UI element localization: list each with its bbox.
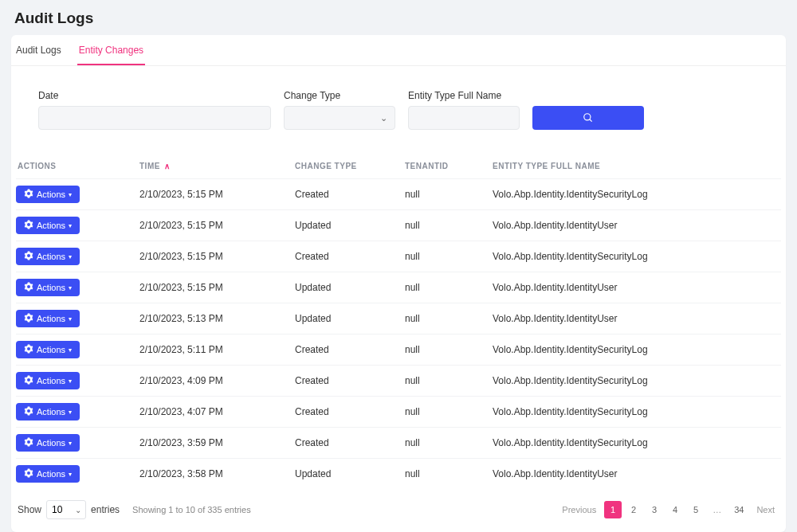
cell-entity_type: Volo.Abp.Identity.IdentitySecurityLog: [493, 428, 781, 459]
pagination: Previous12345…34Next: [557, 501, 779, 518]
actions-button[interactable]: Actions▾: [16, 403, 80, 421]
cell-time: 2/10/2023, 5:11 PM: [139, 334, 295, 366]
cell-time: 2/10/2023, 5:13 PM: [139, 303, 295, 334]
table-row: Actions▾2/10/2023, 5:15 PMUpdatednullVol…: [16, 272, 781, 303]
cell-change_type: Created: [295, 241, 405, 272]
actions-button[interactable]: Actions▾: [16, 279, 80, 296]
actions-button[interactable]: Actions▾: [16, 310, 80, 327]
entity-type-label: Entity Type Full Name: [408, 90, 520, 101]
table-row: Actions▾2/10/2023, 5:15 PMUpdatednullVol…: [16, 210, 781, 241]
cell-time: 2/10/2023, 5:15 PM: [139, 179, 295, 210]
cell-change_type: Updated: [295, 303, 405, 334]
gear-icon: [24, 468, 33, 479]
actions-button[interactable]: Actions▾: [16, 341, 80, 358]
table-footer: Show 10 ⌄ entries Showing 1 to 10 of 335…: [16, 489, 781, 519]
date-label: Date: [38, 90, 271, 101]
card-container: Audit LogsEntity Changes Date Change Typ…: [11, 35, 786, 532]
show-label-before: Show: [18, 504, 41, 515]
next-page[interactable]: Next: [752, 501, 779, 518]
cell-change_type: Updated: [295, 272, 405, 303]
th-time[interactable]: TIME ∧: [139, 155, 295, 179]
cell-entity_type: Volo.Abp.Identity.IdentityUser: [493, 272, 781, 303]
date-input[interactable]: [38, 106, 271, 130]
th-change-type[interactable]: CHANGE TYPE: [295, 155, 405, 179]
page-3[interactable]: 3: [646, 501, 663, 518]
th-actions: ACTIONS: [16, 155, 139, 179]
cell-tenant_id: null: [405, 459, 493, 490]
cell-tenant_id: null: [405, 397, 493, 428]
page-34[interactable]: 34: [729, 501, 748, 518]
table-row: Actions▾2/10/2023, 5:15 PMCreatednullVol…: [16, 179, 781, 210]
actions-button[interactable]: Actions▾: [16, 465, 80, 483]
caret-down-icon: ▾: [69, 315, 72, 323]
cell-time: 2/10/2023, 5:15 PM: [139, 210, 295, 241]
actions-button[interactable]: Actions▾: [16, 434, 80, 452]
page-1[interactable]: 1: [604, 501, 622, 518]
filter-row: Date Change Type ⌄ Entity Type Full Name: [11, 66, 786, 143]
cell-tenant_id: null: [405, 210, 493, 241]
cell-tenant_id: null: [405, 334, 493, 366]
caret-down-icon: ▾: [69, 253, 72, 260]
table-row: Actions▾2/10/2023, 5:13 PMUpdatednullVol…: [16, 303, 781, 334]
caret-down-icon: ▾: [69, 440, 72, 447]
actions-button[interactable]: Actions▾: [16, 217, 80, 234]
page-size-select[interactable]: 10: [46, 500, 86, 519]
page-title: Audit Logs: [0, 0, 797, 35]
gear-icon: [24, 375, 33, 386]
cell-change_type: Created: [295, 366, 405, 397]
cell-entity_type: Volo.Abp.Identity.IdentityUser: [493, 210, 781, 241]
actions-button[interactable]: Actions▾: [16, 186, 80, 203]
change-type-select[interactable]: [284, 106, 395, 130]
table-row: Actions▾2/10/2023, 5:15 PMCreatednullVol…: [16, 241, 781, 272]
caret-down-icon: ▾: [69, 191, 72, 198]
page-2[interactable]: 2: [625, 501, 642, 518]
cell-change_type: Updated: [295, 210, 405, 241]
cell-entity_type: Volo.Abp.Identity.IdentitySecurityLog: [493, 397, 781, 428]
actions-button[interactable]: Actions▾: [16, 372, 80, 389]
sort-asc-icon: ∧: [162, 162, 171, 170]
gear-icon: [24, 251, 33, 262]
page-4[interactable]: 4: [666, 501, 684, 518]
table-row: Actions▾2/10/2023, 5:11 PMCreatednullVol…: [16, 334, 781, 366]
cell-time: 2/10/2023, 3:59 PM: [139, 428, 295, 459]
cell-change_type: Created: [295, 397, 405, 428]
search-button[interactable]: [532, 106, 644, 130]
table-row: Actions▾2/10/2023, 4:09 PMCreatednullVol…: [16, 366, 781, 397]
entity-changes-table: ACTIONS TIME ∧ CHANGE TYPE TENANTID ENTI…: [16, 155, 781, 489]
show-label-after: entries: [91, 504, 120, 515]
cell-tenant_id: null: [405, 179, 493, 210]
cell-entity_type: Volo.Abp.Identity.IdentitySecurityLog: [493, 334, 781, 366]
cell-time: 2/10/2023, 5:15 PM: [139, 241, 295, 272]
cell-entity_type: Volo.Abp.Identity.IdentityUser: [493, 303, 781, 334]
prev-page[interactable]: Previous: [557, 501, 601, 518]
caret-down-icon: ▾: [69, 471, 72, 478]
cell-tenant_id: null: [405, 428, 493, 459]
caret-down-icon: ▾: [69, 409, 72, 416]
page-5[interactable]: 5: [687, 501, 705, 518]
cell-tenant_id: null: [405, 241, 493, 272]
caret-down-icon: ▾: [69, 284, 72, 291]
th-entity-type[interactable]: ENTITY TYPE FULL NAME: [493, 155, 781, 179]
gear-icon: [24, 313, 33, 324]
gear-icon: [24, 189, 33, 200]
cell-tenant_id: null: [405, 366, 493, 397]
entity-type-input[interactable]: [408, 106, 520, 130]
actions-button[interactable]: Actions▾: [16, 248, 80, 265]
tab-entity-changes[interactable]: Entity Changes: [77, 45, 145, 65]
th-tenant-id[interactable]: TENANTID: [405, 155, 493, 179]
tab-audit-logs[interactable]: Audit Logs: [14, 45, 63, 65]
showing-info: Showing 1 to 10 of 335 entries: [132, 505, 251, 514]
cell-change_type: Created: [295, 179, 405, 210]
cell-entity_type: Volo.Abp.Identity.IdentityUser: [493, 459, 781, 490]
cell-change_type: Created: [295, 334, 405, 366]
cell-time: 2/10/2023, 5:15 PM: [139, 272, 295, 303]
cell-time: 2/10/2023, 3:58 PM: [139, 459, 295, 490]
gear-icon: [24, 220, 33, 231]
table-row: Actions▾2/10/2023, 3:59 PMCreatednullVol…: [16, 428, 781, 459]
caret-down-icon: ▾: [69, 377, 72, 385]
caret-down-icon: ▾: [69, 222, 72, 229]
tabs: Audit LogsEntity Changes: [11, 35, 786, 66]
cell-time: 2/10/2023, 4:09 PM: [139, 366, 295, 397]
gear-icon: [24, 406, 33, 417]
cell-tenant_id: null: [405, 303, 493, 334]
